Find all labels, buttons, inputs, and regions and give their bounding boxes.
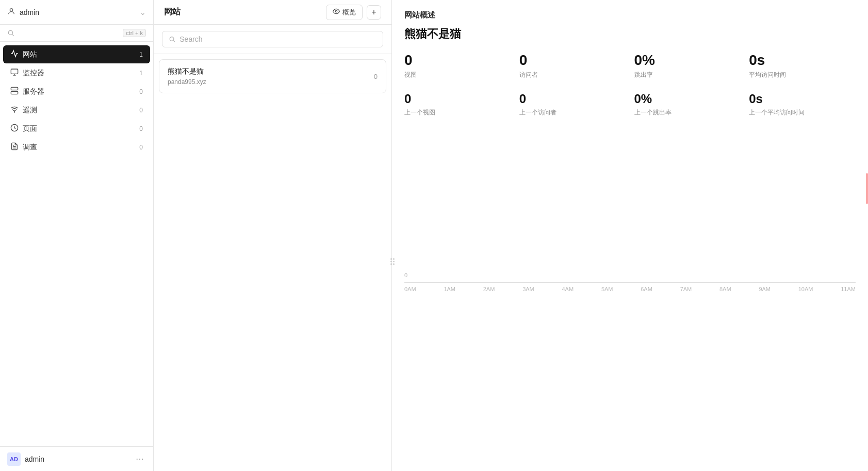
chart-x-label-6am: 6AM (641, 286, 652, 292)
sidebar-item-probe-label: 遥测 (23, 106, 37, 115)
sidebar-item-probe-count: 0 (135, 107, 143, 114)
panel-header-actions: 概览 + (326, 5, 381, 20)
stat-bounce-label: 跳出率 (634, 71, 741, 79)
chart-x-label-4am: 4AM (562, 286, 574, 292)
svg-point-10 (14, 112, 14, 112)
prev-stat-visitors-label: 上一个访问者 (519, 108, 626, 117)
stat-views-label: 视图 (404, 71, 511, 79)
sidebar-item-page-count: 0 (135, 125, 143, 132)
sidebar-item-survey-label: 调查 (23, 143, 37, 152)
footer-username: admin (25, 455, 44, 463)
chart-x-label-0am: 0AM (404, 286, 416, 292)
svg-point-13 (335, 10, 337, 12)
overview-button[interactable]: 概览 (326, 5, 363, 20)
prev-stat-avgtime-value: 0s (749, 92, 856, 106)
stat-visitors-label: 访问者 (519, 71, 626, 79)
chart-x-label-8am: 8AM (719, 286, 731, 292)
sidebar-item-survey-left: 调查 (10, 142, 37, 152)
chart-x-label-11am: 11AM (841, 286, 856, 292)
svg-line-2 (12, 35, 14, 36)
overview-site-title: 熊猫不是猫 (404, 26, 856, 42)
sidebar-search-row[interactable]: ctrl + k (0, 25, 153, 42)
chart-x-label-2am: 2AM (483, 286, 495, 292)
stat-views-value: 0 (404, 52, 511, 69)
current-stats-grid: 0 视图 0 访问者 0% 跳出率 0s 平均访问时间 (404, 52, 856, 79)
svg-line-15 (173, 40, 175, 42)
chart-container: 0 0AM 1AM 2AM 3AM 4AM 5AM 6AM 7AM 8AM 9A… (404, 139, 856, 461)
stat-bounce-value: 0% (634, 52, 741, 69)
website-list-body: 熊猫不是猫 panda995.xyz 0 (154, 54, 391, 471)
sidebar-item-monitor-left: 监控器 (10, 68, 44, 78)
chart-x-label-7am: 7AM (680, 286, 692, 292)
server-icon (10, 87, 19, 96)
chart-x-label-9am: 9AM (759, 286, 771, 292)
sidebar-item-page-label: 页面 (23, 124, 37, 133)
user-icon (7, 7, 15, 17)
stat-avgtime-value: 0s (749, 52, 856, 69)
svg-rect-6 (11, 87, 18, 90)
prev-stat-avgtime-label: 上一个平均访问时间 (749, 108, 856, 117)
sidebar-item-server[interactable]: 服务器 0 (3, 82, 150, 100)
prev-stat-bounce: 0% 上一个跳出率 (634, 92, 741, 117)
footer-more-button[interactable]: ⋯ (134, 452, 146, 466)
search-input-wrapper[interactable] (162, 31, 383, 47)
sidebar-item-server-label: 服务器 (23, 87, 44, 96)
chart-x-label-5am: 5AM (601, 286, 613, 292)
sidebar-item-website-count: 1 (135, 51, 143, 58)
sidebar-item-website-label: 网站 (23, 50, 37, 59)
website-item-count: 0 (374, 73, 378, 80)
panel-search-area (154, 25, 391, 54)
sidebar-footer-left: AD admin (7, 452, 44, 466)
sidebar-item-monitor-label: 监控器 (23, 69, 44, 78)
sidebar: admin ⌄ ctrl + k 网站 1 (0, 0, 154, 471)
chart-x-label-10am: 10AM (798, 286, 813, 292)
stat-avgtime-label: 平均访问时间 (749, 71, 856, 79)
chart-svg (404, 139, 856, 282)
stat-visitors: 0 访问者 (519, 52, 626, 79)
website-icon (10, 49, 19, 59)
prev-stat-visitors-value: 0 (519, 92, 626, 106)
overview-panel-section-title: 网站概述 (404, 10, 856, 20)
sidebar-item-survey-count: 0 (135, 144, 143, 151)
sidebar-user-info: admin (7, 7, 39, 17)
search-shortcut: ctrl + k (123, 29, 146, 37)
sidebar-item-survey[interactable]: 调查 0 (3, 138, 150, 156)
svg-rect-3 (11, 69, 18, 74)
sidebar-item-server-left: 服务器 (10, 87, 44, 96)
sidebar-header[interactable]: admin ⌄ (0, 0, 153, 25)
website-list-item[interactable]: 熊猫不是猫 panda995.xyz 0 (159, 59, 386, 93)
prev-stat-avgtime: 0s 上一个平均访问时间 (749, 92, 856, 117)
chart-x-label-1am: 1AM (444, 286, 455, 292)
sidebar-item-server-count: 0 (135, 88, 143, 95)
overview-panel: 网站概述 熊猫不是猫 0 视图 0 访问者 0% 跳出率 0s 平均访问时间 0… (392, 0, 868, 471)
sidebar-item-page-left: 页面 (10, 124, 37, 133)
avatar: AD (7, 452, 21, 466)
resize-handle-right[interactable] (392, 0, 395, 471)
sidebar-item-monitor-count: 1 (135, 70, 143, 77)
prev-stat-bounce-value: 0% (634, 92, 741, 106)
prev-stat-views: 0 上一个视图 (404, 92, 511, 117)
sidebar-item-page[interactable]: 页面 0 (3, 120, 150, 138)
prev-stat-bounce-label: 上一个跳出率 (634, 108, 741, 117)
svg-point-1 (8, 30, 12, 35)
eye-icon (333, 8, 340, 16)
sidebar-item-monitor[interactable]: 监控器 1 (3, 64, 150, 82)
page-icon (10, 124, 19, 133)
sidebar-nav: 网站 1 监控器 1 (0, 42, 153, 446)
sidebar-footer: AD admin ⋯ (0, 446, 153, 471)
probe-icon (10, 105, 19, 115)
add-website-button[interactable]: + (367, 5, 381, 20)
overview-button-label: 概览 (342, 8, 356, 17)
prev-stats-grid: 0 上一个视图 0 上一个访问者 0% 上一个跳出率 0s 上一个平均访问时间 (404, 92, 856, 117)
scroll-hint (866, 173, 868, 204)
search-input-icon (169, 36, 175, 43)
chart-x-labels: 0AM 1AM 2AM 3AM 4AM 5AM 6AM 7AM 8AM 9AM … (404, 283, 856, 295)
sidebar-item-probe[interactable]: 遥测 0 (3, 101, 150, 119)
website-item-url: panda995.xyz (168, 78, 206, 86)
sidebar-item-website-left: 网站 (10, 49, 37, 59)
stat-views: 0 视图 (404, 52, 511, 79)
search-input[interactable] (179, 35, 376, 43)
sidebar-item-website[interactable]: 网站 1 (3, 45, 150, 63)
stat-visitors-value: 0 (519, 52, 626, 69)
svg-rect-7 (11, 91, 18, 94)
